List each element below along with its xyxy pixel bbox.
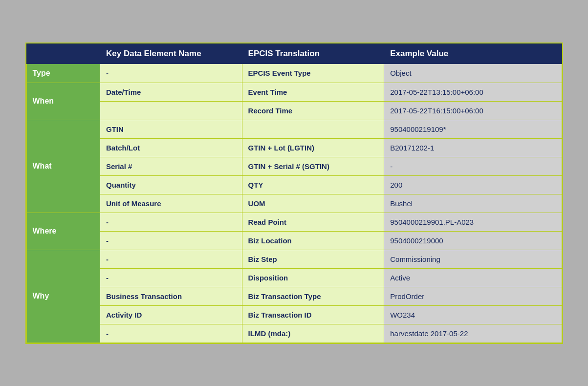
example-cell: ProdOrder (384, 287, 562, 305)
example-cell: 200 (384, 175, 562, 194)
table-row: Business TransactionBiz Transaction Type… (26, 287, 562, 305)
example-cell: Bushel (384, 194, 562, 213)
key-data-cell: - (100, 250, 242, 268)
epcis-cell: EPCIS Event Type (242, 64, 384, 83)
epcis-cell: Event Time (242, 83, 384, 101)
key-data-cell: - (100, 64, 242, 83)
example-cell: WO234 (384, 305, 562, 324)
key-data-cell: Unit of Measure (100, 194, 242, 213)
table-row: Why-Biz StepCommissioning (26, 250, 562, 268)
category-cell: Where (26, 213, 100, 250)
table-row: WhatGTIN9504000219109* (26, 120, 562, 138)
example-cell: 2017-05-22T16:15:00+06:00 (384, 101, 562, 120)
key-data-cell: Quantity (100, 175, 242, 194)
epcis-cell: UOM (242, 194, 384, 213)
example-cell: - (384, 157, 562, 175)
table-row: -ILMD (mda:)harvestdate 2017-05-22 (26, 324, 562, 343)
category-cell: Type (26, 64, 100, 83)
table-row: -DispositionActive (26, 268, 562, 287)
header-key-data: Key Data Element Name (100, 43, 242, 64)
key-data-cell (100, 101, 242, 120)
table-row: Where-Read Point9504000219901.PL-A023 (26, 213, 562, 231)
table-row: WhenDate/TimeEvent Time2017-05-22T13:15:… (26, 83, 562, 101)
example-cell: 2017-05-22T13:15:00+06:00 (384, 83, 562, 101)
key-data-cell: - (100, 213, 242, 231)
epcis-cell: GTIN + Lot (LGTIN) (242, 138, 384, 157)
main-table: Key Data Element Name EPCIS Translation … (25, 43, 563, 344)
category-cell: When (26, 83, 100, 120)
epcis-cell: Record Time (242, 101, 384, 120)
category-cell: Why (26, 250, 100, 343)
table-row: Serial #GTIN + Serial # (SGTIN)- (26, 157, 562, 175)
epcis-cell: Biz Transaction Type (242, 287, 384, 305)
key-data-cell: GTIN (100, 120, 242, 138)
header-example: Example Value (384, 43, 562, 64)
epcis-cell: GTIN + Serial # (SGTIN) (242, 157, 384, 175)
epcis-cell: Disposition (242, 268, 384, 287)
key-data-cell: Business Transaction (100, 287, 242, 305)
key-data-cell: Date/Time (100, 83, 242, 101)
key-data-cell: Serial # (100, 157, 242, 175)
category-cell: What (26, 120, 100, 213)
example-cell: 9504000219000 (384, 231, 562, 250)
key-data-cell: - (100, 324, 242, 343)
table-row: Activity IDBiz Transaction IDWO234 (26, 305, 562, 324)
epcis-cell: Biz Location (242, 231, 384, 250)
table-row: Type-EPCIS Event TypeObject (26, 64, 562, 83)
epcis-cell: Biz Transaction ID (242, 305, 384, 324)
table-row: Unit of MeasureUOMBushel (26, 194, 562, 213)
header-category (26, 43, 100, 64)
table-row: -Biz Location9504000219000 (26, 231, 562, 250)
table-row: Record Time2017-05-22T16:15:00+06:00 (26, 101, 562, 120)
epcis-cell: QTY (242, 175, 384, 194)
key-data-cell: Batch/Lot (100, 138, 242, 157)
example-cell: B20171202-1 (384, 138, 562, 157)
example-cell: Object (384, 64, 562, 83)
table-row: QuantityQTY200 (26, 175, 562, 194)
header-epcis: EPCIS Translation (242, 43, 384, 64)
example-cell: 9504000219109* (384, 120, 562, 138)
key-data-cell: Activity ID (100, 305, 242, 324)
key-data-cell: - (100, 268, 242, 287)
example-cell: 9504000219901.PL-A023 (384, 213, 562, 231)
epcis-cell (242, 120, 384, 138)
example-cell: harvestdate 2017-05-22 (384, 324, 562, 343)
table-row: Batch/LotGTIN + Lot (LGTIN)B20171202-1 (26, 138, 562, 157)
example-cell: Commissioning (384, 250, 562, 268)
epcis-cell: Biz Step (242, 250, 384, 268)
key-data-cell: - (100, 231, 242, 250)
example-cell: Active (384, 268, 562, 287)
epcis-cell: ILMD (mda:) (242, 324, 384, 343)
epcis-cell: Read Point (242, 213, 384, 231)
